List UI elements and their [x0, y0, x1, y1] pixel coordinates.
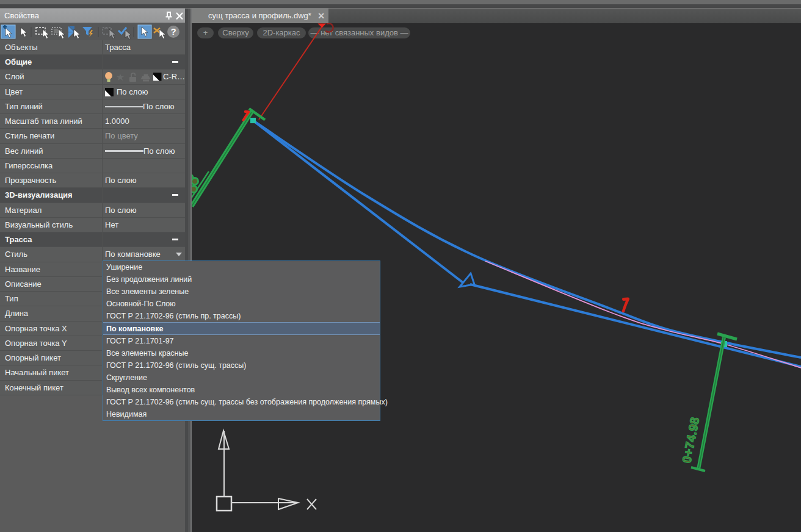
- svg-text:0+74.98: 0+74.98: [680, 416, 701, 464]
- svg-text:?: ?: [170, 26, 176, 37]
